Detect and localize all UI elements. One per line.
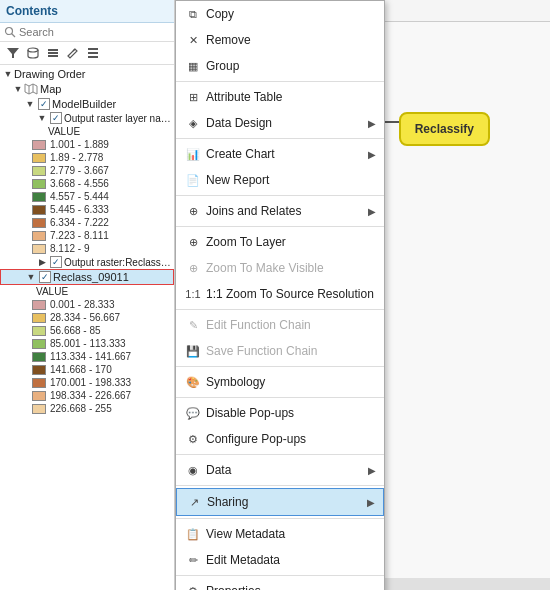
tree-output-raster2[interactable]: ▶ Output raster:Reclass_Rec — [0, 255, 174, 269]
legend-item: 226.668 - 255 — [0, 402, 174, 415]
output-raster-expand: ▼ — [36, 112, 48, 124]
svg-rect-9 — [88, 52, 98, 54]
menu-separator — [176, 397, 384, 398]
legend-range: 6.334 - 7.222 — [50, 217, 109, 228]
legend-swatch — [32, 166, 46, 176]
menu-item-edit_function: ✎Edit Function Chain — [176, 312, 384, 338]
menu-item-label: Data — [206, 463, 231, 477]
menu-item-attribute_table[interactable]: ⊞Attribute Table — [176, 84, 384, 110]
legend-swatch — [32, 300, 46, 310]
menu-item-label: Attribute Table — [206, 90, 283, 104]
menu-item-label: New Report — [206, 173, 269, 187]
legend-item: 4.557 - 5.444 — [0, 190, 174, 203]
legend-swatch — [32, 218, 46, 228]
menu-item-sharing[interactable]: ↗Sharing▶📁Save As Layer File📦Share As La… — [176, 488, 384, 516]
submenu-arrow-icon: ▶ — [368, 118, 376, 129]
group-icon: ▦ — [184, 57, 202, 75]
edit-btn[interactable] — [64, 44, 82, 62]
output-raster2-checkbox[interactable] — [50, 256, 62, 268]
legend-swatch — [32, 391, 46, 401]
output-raster-checkbox[interactable] — [50, 112, 62, 124]
menu-item-new_report[interactable]: 📄New Report — [176, 167, 384, 193]
svg-line-7 — [73, 49, 75, 51]
table-icon: ⊞ — [184, 88, 202, 106]
legend-range: 170.001 - 198.333 — [50, 377, 131, 388]
legend-range: 0.001 - 28.333 — [50, 299, 115, 310]
legend-item: 1.89 - 2.778 — [0, 151, 174, 164]
menu-item-label: Zoom To Make Visible — [206, 261, 324, 275]
settings-btn[interactable] — [84, 44, 102, 62]
reclass-checkbox[interactable] — [39, 271, 51, 283]
menu-item-label: Disable Pop-ups — [206, 406, 294, 420]
legend-range: 1.89 - 2.778 — [50, 152, 103, 163]
config-icon: ⚙ — [184, 430, 202, 448]
legend-swatch — [32, 179, 46, 189]
legend-range: 28.334 - 56.667 — [50, 312, 120, 323]
menu-item-edit_metadata[interactable]: ✏Edit Metadata — [176, 547, 384, 573]
svg-rect-6 — [48, 55, 58, 57]
legend-swatch — [32, 140, 46, 150]
tree-modelbuilder[interactable]: ▼ ModelBuilder — [0, 97, 174, 111]
menu-item-label: Data Design — [206, 116, 272, 130]
legend-item: 113.334 - 141.667 — [0, 350, 174, 363]
menu-item-symbology[interactable]: 🎨Symbology — [176, 369, 384, 395]
tree-reclass[interactable]: ▼ Reclass_09011 — [0, 269, 174, 285]
legend-range: 7.223 - 8.111 — [50, 230, 109, 241]
menu-item-copy[interactable]: ⧉Copy — [176, 1, 384, 27]
zoom-icon: ⊕ — [184, 233, 202, 251]
legend-item: 2.779 - 3.667 — [0, 164, 174, 177]
toolbar-row — [0, 42, 174, 65]
menu-item-data_design[interactable]: ◈Data Design▶ — [176, 110, 384, 136]
tree-output-raster[interactable]: ▼ Output raster layer name:N — [0, 111, 174, 125]
menu-item-label: Edit Function Chain — [206, 318, 311, 332]
legend-range: 8.112 - 9 — [50, 243, 89, 254]
contents-title: Contents — [6, 4, 58, 18]
legend-range: 4.557 - 5.444 — [50, 191, 109, 202]
sym-icon: 🎨 — [184, 373, 202, 391]
menu-separator — [176, 518, 384, 519]
edit-icon: ✎ — [184, 316, 202, 334]
modelbuilder-checkbox[interactable] — [38, 98, 50, 110]
menu-item-properties[interactable]: ⚙Properties — [176, 578, 384, 590]
search-bar — [0, 23, 174, 42]
menu-item-zoom_source[interactable]: 1:11:1 Zoom To Source Resolution — [176, 281, 384, 307]
legend1: 1.001 - 1.8891.89 - 2.7782.779 - 3.6673.… — [0, 138, 174, 255]
legend-item: 8.112 - 9 — [0, 242, 174, 255]
svg-rect-5 — [48, 52, 58, 54]
legend-swatch — [32, 192, 46, 202]
menu-item-configure_popups[interactable]: ⚙Configure Pop-ups — [176, 426, 384, 452]
menu-item-disable_popups[interactable]: 💬Disable Pop-ups — [176, 400, 384, 426]
menu-item-label: Joins and Relates — [206, 204, 301, 218]
menu-item-remove[interactable]: ✕Remove — [176, 27, 384, 53]
props-icon: ⚙ — [184, 582, 202, 590]
menu-item-group[interactable]: ▦Group — [176, 53, 384, 79]
filter-btn[interactable] — [4, 44, 22, 62]
legend-range: 1.001 - 1.889 — [50, 139, 109, 150]
menu-separator — [176, 454, 384, 455]
zoom3-icon: 1:1 — [184, 285, 202, 303]
legend-swatch — [32, 404, 46, 414]
data2-icon: ◉ — [184, 461, 202, 479]
legend-range: 226.668 - 255 — [50, 403, 112, 414]
menu-item-joins_relates[interactable]: ⊕Joins and Relates▶ — [176, 198, 384, 224]
legend-range: 113.334 - 141.667 — [50, 351, 131, 362]
reclassify-box[interactable]: Reclassify — [399, 112, 490, 146]
database-btn[interactable] — [24, 44, 42, 62]
tree-map[interactable]: ▼ Map — [0, 81, 174, 97]
expand-icon: ▼ — [2, 68, 14, 80]
menu-item-create_chart[interactable]: 📊Create Chart▶ — [176, 141, 384, 167]
chart-icon: 📊 — [184, 145, 202, 163]
menu-item-label: Zoom To Layer — [206, 235, 286, 249]
legend-item: 141.668 - 170 — [0, 363, 174, 376]
search-icon — [4, 26, 16, 38]
map-canvas[interactable]: Model × 09011 Reclassify ⧉Copy✕Remove▦Gr… — [175, 0, 550, 590]
menu-item-label: Copy — [206, 7, 234, 21]
menu-item-label: Sharing — [207, 495, 248, 509]
layers-btn[interactable] — [44, 44, 62, 62]
search-input[interactable] — [19, 26, 170, 38]
legend-range: 56.668 - 85 — [50, 325, 101, 336]
menu-item-zoom_layer[interactable]: ⊕Zoom To Layer — [176, 229, 384, 255]
legend-swatch — [32, 365, 46, 375]
menu-item-data[interactable]: ◉Data▶ — [176, 457, 384, 483]
menu-item-view_metadata[interactable]: 📋View Metadata — [176, 521, 384, 547]
